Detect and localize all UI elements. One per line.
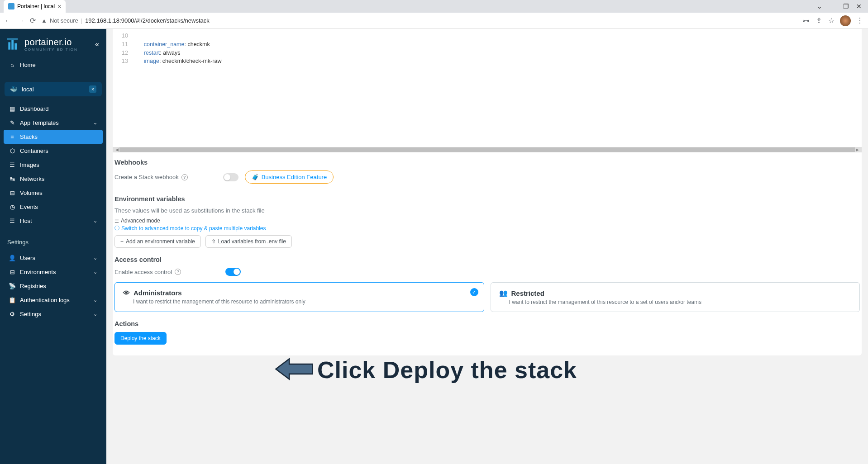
- access-card-administrators[interactable]: ✓ 👁Administrators I want to restrict the…: [114, 282, 484, 312]
- collapse-sidebar-icon[interactable]: «: [95, 40, 99, 48]
- code-editor[interactable]: 10 11 container_name: checkmk12 restart:…: [113, 29, 862, 147]
- sidebar-item-environments[interactable]: ⊟ Environments⌄: [4, 265, 103, 279]
- info-icon: ⓘ: [114, 225, 119, 232]
- advanced-mode-link[interactable]: ☰ Advanced mode: [114, 218, 860, 224]
- url-field[interactable]: ▲ Not secure | 192.168.1.18:9000/#!/2/do…: [41, 17, 797, 24]
- add-env-var-button[interactable]: + Add an environment variable: [114, 235, 201, 248]
- browser-tab[interactable]: Portainer | local ×: [4, 0, 66, 13]
- sidebar-item-registries[interactable]: 📡 Registries: [4, 279, 103, 293]
- sidebar-item-label: Environments: [20, 269, 56, 275]
- editor-line: 10: [113, 32, 862, 40]
- logo-subtitle: COMMUNITY EDITION: [24, 47, 78, 52]
- access-enable-label: Enable access control: [114, 269, 172, 275]
- annotation-overlay: Click Deploy the stack: [274, 355, 577, 384]
- scroll-right-icon[interactable]: ▶: [855, 147, 860, 152]
- maximize-icon[interactable]: ❐: [843, 3, 849, 10]
- env-close-icon[interactable]: ×: [89, 85, 96, 93]
- browser-tab-bar: Portainer | local × ⌄ — ❐ ✕: [0, 0, 868, 13]
- svg-rect-0: [8, 42, 10, 49]
- share-icon[interactable]: ⇪: [816, 16, 822, 25]
- host-icon: ☰: [9, 218, 15, 224]
- home-icon: ⌂: [9, 62, 15, 68]
- access-control-toggle[interactable]: [225, 268, 241, 276]
- sidebar-item-label: Stacks: [20, 133, 38, 140]
- containers-icon: ⬡: [9, 147, 15, 154]
- editor-line: 13 image: checkmk/check-mk-raw: [113, 57, 862, 66]
- address-bar: ← → ⟳ ▲ Not secure | 192.168.1.18:9000/#…: [0, 13, 868, 29]
- sidebar-item-label: Authentication logs: [20, 297, 70, 303]
- key-icon[interactable]: ⊶: [802, 16, 810, 25]
- forward-icon[interactable]: →: [17, 17, 24, 25]
- help-icon[interactable]: ?: [181, 174, 188, 180]
- deploy-stack-button[interactable]: Deploy the stack: [114, 332, 167, 345]
- not-secure-icon: ▲: [41, 17, 47, 24]
- images-icon: ☰: [9, 161, 15, 168]
- profile-avatar[interactable]: [840, 15, 851, 26]
- access-control-section: Access control Enable access control ?: [114, 250, 860, 314]
- actions-section: Actions Deploy the stack: [114, 314, 860, 346]
- sidebar-item-label: Networks: [20, 175, 44, 182]
- sidebar-item-events[interactable]: ◷ Events: [4, 200, 103, 214]
- sidebar-item-host[interactable]: ☰ Host⌄: [4, 214, 103, 228]
- scroll-left-icon[interactable]: ◀: [114, 147, 119, 152]
- sidebar-item-containers[interactable]: ⬡ Containers: [4, 144, 103, 158]
- menu-icon[interactable]: ⋮: [856, 16, 863, 25]
- editor-horizontal-scrollbar[interactable]: ◀ ▶: [113, 147, 862, 152]
- env-name: local: [22, 86, 34, 93]
- close-window-icon[interactable]: ✕: [856, 3, 862, 10]
- actions-title: Actions: [114, 320, 860, 327]
- editor-line: 12 restart: always: [113, 49, 862, 57]
- load-env-file-button[interactable]: ⇧ Load variables from .env file: [205, 235, 292, 248]
- list-icon: ☰: [114, 218, 119, 224]
- check-icon: ✓: [470, 288, 478, 296]
- reload-icon[interactable]: ⟳: [30, 16, 36, 25]
- bookmark-icon[interactable]: ☆: [828, 16, 835, 25]
- sidebar-item-dashboard[interactable]: ▤ Dashboard: [4, 102, 103, 116]
- webhook-toggle[interactable]: [223, 173, 238, 181]
- sidebar-item-settings[interactable]: ⚙ Settings⌄: [4, 307, 103, 321]
- sidebar-item-home[interactable]: ⌂ Home: [4, 58, 103, 72]
- stacks-icon: ≡: [9, 133, 15, 140]
- plus-icon: +: [120, 238, 124, 245]
- sidebar-item-stacks[interactable]: ≡ Stacks: [4, 130, 103, 144]
- portainer-logo-icon: [7, 38, 20, 51]
- back-icon[interactable]: ←: [5, 17, 12, 25]
- scrollbar-thumb[interactable]: [119, 147, 855, 152]
- tab-close-icon[interactable]: ×: [57, 3, 61, 10]
- access-card-restricted[interactable]: 👥Restricted I want to restrict the manag…: [491, 282, 860, 312]
- sidebar-item-label: Home: [20, 62, 36, 68]
- env-vars-section: Environment variables These values will …: [114, 189, 860, 250]
- window-dropdown-icon[interactable]: ⌄: [817, 3, 822, 10]
- settings-icon: ⚙: [9, 311, 15, 317]
- minimize-icon[interactable]: —: [830, 3, 836, 10]
- main-content: 10 11 container_name: checkmk12 restart:…: [106, 29, 868, 464]
- sidebar-item-users[interactable]: 👤 Users⌄: [4, 251, 103, 265]
- sidebar-item-label: Settings: [20, 311, 41, 317]
- sidebar-item-networks[interactable]: ↹ Networks: [4, 172, 103, 186]
- help-icon[interactable]: ?: [175, 269, 181, 275]
- sidebar-item-authentication-logs[interactable]: 📋 Authentication logs⌄: [4, 293, 103, 307]
- tab-favicon: [8, 3, 14, 9]
- business-edition-badge[interactable]: 🧳 Business Edition Feature: [245, 170, 334, 184]
- environment-pill[interactable]: 🐳 local ×: [5, 82, 102, 96]
- env-vars-title: Environment variables: [114, 195, 860, 203]
- sidebar-item-label: Users: [20, 255, 35, 261]
- sidebar-item-app-templates[interactable]: ✎ App Templates⌄: [4, 116, 103, 130]
- window-controls: ⌄ — ❐ ✕: [811, 3, 868, 10]
- svg-rect-2: [14, 43, 17, 50]
- users-icon: 👤: [9, 255, 15, 261]
- docker-icon: 🐳: [10, 86, 17, 93]
- sidebar-item-label: Dashboard: [20, 105, 49, 112]
- access-card-title: Administrators: [134, 289, 182, 297]
- events-icon: ◷: [9, 204, 15, 210]
- sidebar-item-label: Events: [20, 204, 38, 210]
- sidebar-item-volumes[interactable]: ⊟ Volumes: [4, 186, 103, 200]
- webhooks-section: Webhooks Create a Stack webhook ? 🧳: [114, 152, 860, 189]
- sidebar-item-label: Host: [20, 218, 32, 224]
- access-card-title: Restricted: [511, 289, 544, 297]
- eye-off-icon: 👁: [123, 289, 130, 297]
- line-number: 10: [113, 32, 134, 40]
- url-text: 192.168.1.18:9000/#!/2/docker/stacks/new…: [85, 17, 210, 24]
- sidebar-item-images[interactable]: ☰ Images: [4, 158, 103, 172]
- access-card-desc: I want to restrict the management of thi…: [499, 299, 852, 305]
